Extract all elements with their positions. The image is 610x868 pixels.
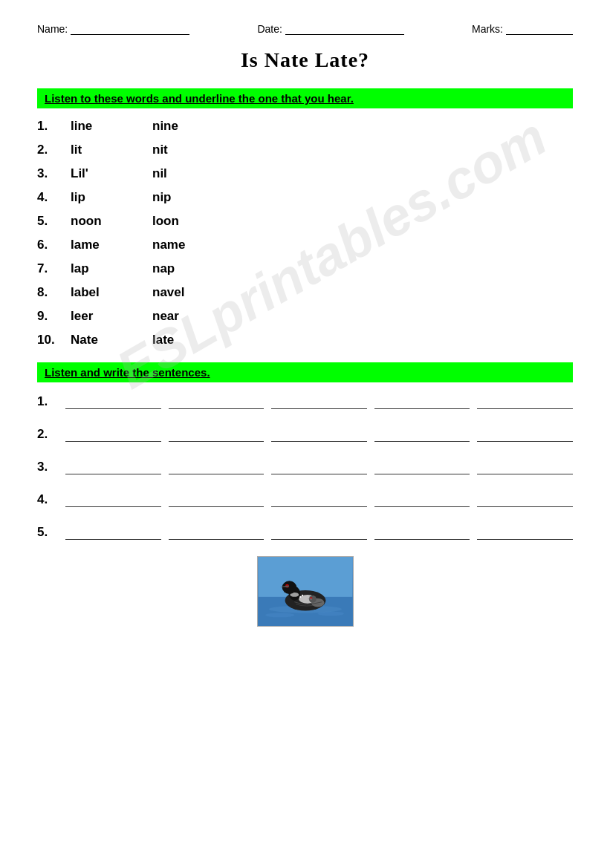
write-line-1[interactable] bbox=[65, 491, 161, 507]
word-b: navel bbox=[152, 285, 234, 300]
item-num: 4. bbox=[37, 190, 71, 205]
item-num: 1. bbox=[37, 119, 71, 134]
write-line-3[interactable] bbox=[271, 523, 367, 540]
write-line-3[interactable] bbox=[271, 425, 367, 442]
svg-point-3 bbox=[265, 613, 294, 617]
write-line-4[interactable] bbox=[374, 425, 470, 442]
write-line-4[interactable] bbox=[374, 523, 470, 540]
write-row-5: 5. bbox=[37, 523, 573, 540]
write-lines bbox=[65, 491, 573, 507]
svg-rect-8 bbox=[302, 595, 303, 596]
write-line-4[interactable] bbox=[374, 491, 470, 507]
svg-point-11 bbox=[282, 581, 296, 594]
write-line-1[interactable] bbox=[65, 523, 161, 540]
item-num: 8. bbox=[37, 285, 71, 300]
word-b: nap bbox=[152, 261, 234, 276]
write-line-3[interactable] bbox=[271, 393, 367, 409]
word-list: 1. line nine 2. lit nit 3. Lil' nil 4. l… bbox=[37, 119, 573, 347]
word-pair-7: 7. lap nap bbox=[37, 261, 573, 276]
write-line-2[interactable] bbox=[169, 425, 265, 442]
write-line-2[interactable] bbox=[169, 523, 265, 540]
write-line-1[interactable] bbox=[65, 425, 161, 442]
word-b: nip bbox=[152, 190, 234, 205]
write-lines bbox=[65, 425, 573, 442]
worksheet-page: ESLprintables.com Name: Date: Marks: Is … bbox=[0, 0, 610, 868]
write-row-2: 2. bbox=[37, 425, 573, 442]
word-a: Lil' bbox=[71, 166, 152, 181]
word-b: nine bbox=[152, 119, 234, 134]
name-line bbox=[71, 22, 189, 35]
item-num: 3. bbox=[37, 166, 71, 181]
word-a: lap bbox=[71, 261, 152, 276]
word-a: lip bbox=[71, 190, 152, 205]
page-title: Is Nate Late? bbox=[37, 48, 573, 72]
date-label: Date: bbox=[257, 23, 282, 35]
name-field: Name: bbox=[37, 22, 189, 35]
write-line-4[interactable] bbox=[374, 393, 470, 409]
write-line-5[interactable] bbox=[477, 491, 573, 507]
date-line bbox=[285, 22, 404, 35]
name-label: Name: bbox=[37, 23, 68, 35]
write-line-5[interactable] bbox=[477, 523, 573, 540]
write-lines bbox=[65, 523, 573, 540]
word-pair-8: 8. label navel bbox=[37, 285, 573, 300]
word-pair-1: 1. line nine bbox=[37, 119, 573, 134]
write-line-5[interactable] bbox=[477, 425, 573, 442]
write-line-3[interactable] bbox=[271, 491, 367, 507]
header-row: Name: Date: Marks: bbox=[37, 22, 573, 35]
write-lines bbox=[65, 393, 573, 409]
word-pair-10: 10. Nate late bbox=[37, 333, 573, 347]
write-line-1[interactable] bbox=[65, 393, 161, 409]
write-num: 2. bbox=[37, 427, 65, 442]
write-line-1[interactable] bbox=[65, 458, 161, 474]
word-b: name bbox=[152, 238, 234, 252]
svg-point-4 bbox=[317, 611, 343, 616]
item-num: 2. bbox=[37, 143, 71, 157]
write-lines bbox=[65, 458, 573, 474]
item-num: 6. bbox=[37, 238, 71, 252]
write-num: 4. bbox=[37, 492, 65, 507]
word-pair-4: 4. lip nip bbox=[37, 190, 573, 205]
word-pair-3: 3. Lil' nil bbox=[37, 166, 573, 181]
item-num: 9. bbox=[37, 309, 71, 324]
instruction-1: Listen to these words and underline the … bbox=[37, 88, 573, 108]
image-section bbox=[37, 556, 573, 627]
word-a: label bbox=[71, 285, 152, 300]
marks-label: Marks: bbox=[472, 23, 503, 35]
item-num: 10. bbox=[37, 333, 71, 347]
write-line-4[interactable] bbox=[374, 458, 470, 474]
instruction-2: Listen and write the sentences. bbox=[37, 362, 573, 382]
write-row-3: 3. bbox=[37, 458, 573, 474]
word-a: leer bbox=[71, 309, 152, 324]
write-line-3[interactable] bbox=[271, 458, 367, 474]
write-line-2[interactable] bbox=[169, 393, 265, 409]
word-b: near bbox=[152, 309, 234, 324]
write-num: 5. bbox=[37, 525, 65, 540]
write-line-5[interactable] bbox=[477, 458, 573, 474]
word-pair-9: 9. leer near bbox=[37, 309, 573, 324]
word-b: loon bbox=[152, 214, 234, 229]
write-line-5[interactable] bbox=[477, 393, 573, 409]
word-a: lame bbox=[71, 238, 152, 252]
write-row-1: 1. bbox=[37, 393, 573, 409]
word-a: Nate bbox=[71, 333, 152, 347]
item-num: 7. bbox=[37, 261, 71, 276]
loon-image bbox=[257, 556, 354, 627]
word-a: noon bbox=[71, 214, 152, 229]
word-b: nit bbox=[152, 143, 234, 157]
word-pair-5: 5. noon loon bbox=[37, 214, 573, 229]
write-line-2[interactable] bbox=[169, 458, 265, 474]
marks-line bbox=[506, 22, 573, 35]
write-row-4: 4. bbox=[37, 491, 573, 507]
word-a: lit bbox=[71, 143, 152, 157]
word-b: nil bbox=[152, 166, 234, 181]
date-field: Date: bbox=[257, 22, 403, 35]
write-section: 1. 2. 3. bbox=[37, 393, 573, 540]
write-num: 1. bbox=[37, 394, 65, 409]
marks-field: Marks: bbox=[472, 22, 573, 35]
write-line-2[interactable] bbox=[169, 491, 265, 507]
word-pair-2: 2. lit nit bbox=[37, 143, 573, 157]
item-num: 5. bbox=[37, 214, 71, 229]
write-num: 3. bbox=[37, 460, 65, 474]
word-pair-6: 6. lame name bbox=[37, 238, 573, 252]
